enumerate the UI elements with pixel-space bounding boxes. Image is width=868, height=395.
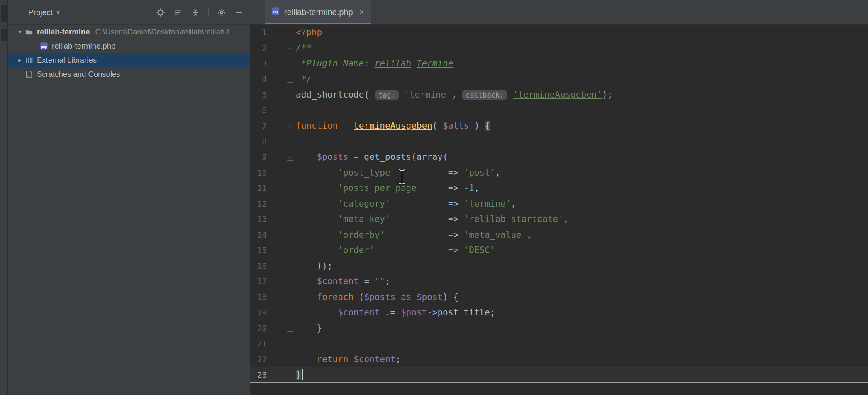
fold-slot: [267, 103, 296, 119]
project-panel-title[interactable]: Project: [28, 8, 53, 17]
mouse-ibeam-cursor: [397, 168, 407, 185]
tree-item-label: Scratches and Consoles: [37, 70, 120, 79]
fold-slot: [267, 134, 296, 150]
line-number: 5: [250, 87, 267, 103]
code-text: 'meta_key' => 'relilab_startdate',: [296, 212, 568, 227]
code-line[interactable]: 23}: [250, 367, 868, 383]
tree-item-label: External Libraries: [37, 56, 97, 65]
fold-marker-start[interactable]: −: [267, 290, 296, 305]
indent-guide: [317, 165, 317, 258]
code-text: foreach ($posts as $post) {: [296, 290, 458, 305]
chevron-right-icon[interactable]: ▸: [15, 56, 24, 64]
editor-tab[interactable]: php relilab-termine.php ×: [265, 0, 371, 24]
line-number: 10: [250, 165, 267, 181]
tree-item-external-libraries[interactable]: ▸ External Libraries: [8, 53, 250, 67]
gutter-divider: [287, 25, 287, 395]
tree-item-label: relilab-termine: [37, 27, 90, 37]
code-line[interactable]: 14 'orderby' => 'meta_value',: [250, 227, 868, 243]
filter-icon[interactable]: [173, 8, 183, 17]
code-line[interactable]: 4 */: [250, 72, 868, 88]
fold-marker-end[interactable]: [267, 258, 296, 274]
code-line[interactable]: 5add_shortcode( tag: 'termine', callback…: [250, 87, 868, 103]
line-number: 2: [250, 41, 267, 56]
stripe-button-project[interactable]: [1, 5, 7, 22]
panel-header-icons: [156, 8, 244, 17]
line-number: 1: [250, 25, 267, 41]
php-file-icon: php: [271, 7, 280, 17]
line-number: 3: [250, 56, 267, 72]
chevron-down-icon[interactable]: ▾: [15, 28, 24, 36]
code-line[interactable]: 17 $content = "";: [250, 274, 868, 290]
code-line[interactable]: 22 return $content;: [250, 352, 868, 368]
tree-item-project-root[interactable]: ▾ relilab-termine C:\Users\Daniel\Deskto…: [8, 25, 250, 39]
fold-marker-end[interactable]: [267, 72, 296, 88]
code-line[interactable]: 11 'posts_per_page' => -1,: [250, 180, 868, 196]
tree-item-path: C:\Users\Daniel\Desktop\relilab\relilab-…: [95, 27, 229, 37]
code-line[interactable]: 3 *Plugin Name: relilab Termine: [250, 56, 868, 72]
code-line[interactable]: 20 }: [250, 321, 868, 336]
settings-gear-icon[interactable]: [217, 8, 226, 17]
project-tool-window: Project ▾: [8, 0, 250, 395]
code-line[interactable]: 2−/**: [250, 41, 868, 56]
code-text: 'order' => 'DESC': [296, 243, 495, 258]
code-text: $posts = get_posts(array(: [296, 149, 448, 165]
code-lines: 1<?php2−/**3 *Plugin Name: relilab Termi…: [250, 25, 868, 383]
line-number: 7: [250, 118, 267, 134]
ide-window: Project ▾: [0, 0, 868, 395]
code-line[interactable]: 19 $content .= $post->post_title;: [250, 305, 868, 321]
code-line[interactable]: 18− foreach ($posts as $post) {: [250, 290, 868, 305]
fold-marker-start[interactable]: −: [267, 118, 296, 134]
locate-icon[interactable]: [156, 8, 165, 17]
fold-slot: [267, 196, 296, 212]
code-line[interactable]: 8: [250, 134, 868, 150]
fold-marker-start[interactable]: −: [267, 149, 296, 165]
line-number: 23: [250, 367, 267, 383]
fold-slot: [267, 25, 296, 41]
fold-marker-end[interactable]: [267, 321, 296, 336]
code-line[interactable]: 7−function termineAusgeben( $atts ) {: [250, 118, 868, 134]
code-text: <?php: [296, 25, 322, 41]
line-number: 15: [250, 243, 267, 258]
tree-item-file[interactable]: php relilab-termine.php: [8, 39, 250, 53]
fold-slot: [267, 56, 296, 72]
fold-marker-start[interactable]: −: [267, 41, 296, 56]
fold-slot: [267, 336, 296, 352]
code-text: return $content;: [296, 352, 401, 368]
project-tree: ▾ relilab-termine C:\Users\Daniel\Deskto…: [8, 25, 250, 81]
code-line[interactable]: 10 'post_type' => 'post',: [250, 165, 868, 181]
code-line[interactable]: 15 'order' => 'DESC': [250, 243, 868, 258]
code-line[interactable]: 6: [250, 103, 868, 119]
hide-panel-icon[interactable]: [234, 8, 244, 17]
line-number: 18: [250, 290, 267, 305]
close-tab-icon[interactable]: ×: [359, 7, 364, 17]
code-editor[interactable]: 1<?php2−/**3 *Plugin Name: relilab Termi…: [250, 25, 868, 395]
fold-marker-end[interactable]: [267, 367, 296, 383]
collapse-all-icon[interactable]: [191, 8, 200, 17]
code-text: /**: [296, 41, 312, 56]
chevron-down-icon[interactable]: ▾: [56, 9, 60, 16]
line-number: 9: [250, 149, 267, 165]
fold-slot: [267, 305, 296, 321]
code-text: $content .= $post->post_title;: [296, 305, 495, 321]
fold-slot: [267, 87, 296, 103]
text-caret: [302, 369, 303, 380]
scratches-icon: [24, 70, 34, 78]
svg-text:php: php: [41, 45, 47, 49]
code-line[interactable]: 13 'meta_key' => 'relilab_startdate',: [250, 212, 868, 227]
code-line[interactable]: 16 ));: [250, 258, 868, 274]
caret-row-edge: [250, 382, 868, 383]
tree-item-scratches[interactable]: Scratches and Consoles: [8, 67, 250, 81]
line-number: 17: [250, 274, 267, 290]
code-text: ));: [296, 258, 333, 274]
line-number: 19: [250, 305, 267, 321]
line-number: 8: [250, 134, 267, 150]
code-line[interactable]: 1<?php: [250, 25, 868, 41]
code-text: add_shortcode( tag: 'termine', callback:…: [296, 87, 612, 103]
stripe-button-structure[interactable]: [1, 29, 7, 41]
folder-icon: [24, 28, 34, 36]
line-number: 4: [250, 72, 267, 88]
code-line[interactable]: 12 'category' => 'termine',: [250, 196, 868, 212]
code-line[interactable]: 9− $posts = get_posts(array(: [250, 149, 868, 165]
code-line[interactable]: 21: [250, 336, 868, 352]
code-text: $content = "";: [296, 274, 390, 290]
